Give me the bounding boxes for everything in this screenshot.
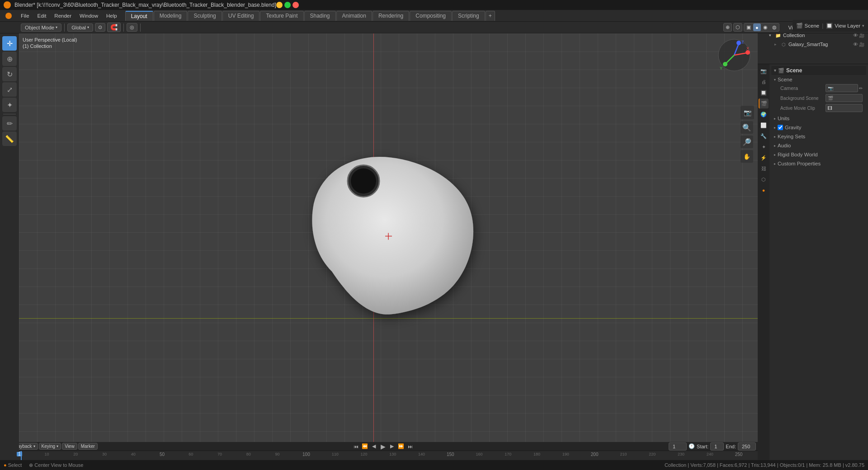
viewport-gizmo[interactable]: Z X Y [716,37,752,73]
active-movie-clip-value[interactable]: 🎞 [826,104,863,112]
step-forward-btn[interactable]: ▶ [388,443,396,450]
rotate-tool[interactable]: ↻ [2,67,17,81]
step-back-btn[interactable]: ◀ [370,443,378,450]
background-scene-value[interactable]: 🎬 [826,94,863,102]
gravity-checkbox[interactable] [778,125,783,130]
jump-end-btn[interactable]: ⏭ [406,443,414,450]
tab-add[interactable]: + [486,11,495,21]
particles-props-icon[interactable]: ✦ [759,142,769,152]
view-layer-props-icon[interactable]: 🔲 [759,88,769,98]
global-transform-btn[interactable]: Global ▾ [67,24,93,32]
material-props-icon[interactable]: ● [759,185,769,195]
render-layers-icon: 🔲 [826,23,833,29]
timeline-frame-ruler[interactable]: 1 15010015020025010203040607080901101201… [0,451,758,460]
scene-section-header-main[interactable]: ▾ Scene [771,76,866,83]
units-section-header[interactable]: ▸ Units [771,115,866,122]
tab-rendering[interactable]: Rendering [373,11,409,21]
object-props-icon[interactable]: ⬜ [759,120,769,130]
tab-layout[interactable]: Layout [125,11,153,21]
svg-point-7 [736,41,741,45]
scale-tool[interactable]: ⤢ [2,82,17,97]
pivot-point-btn[interactable]: ⊙ [95,23,105,32]
tab-uv-editing[interactable]: UV Editing [222,11,260,21]
tab-animation[interactable]: Animation [336,11,372,21]
tab-sculpting[interactable]: Sculpting [188,11,222,21]
scene-props-icon[interactable]: 🎬 [759,99,769,108]
move-tool[interactable]: ⊕ [2,52,17,66]
output-props-icon[interactable]: 🖨 [759,77,769,87]
object-data-props-icon[interactable]: ⬡ [759,174,769,184]
menu-blender[interactable] [2,12,16,20]
cursor-tool[interactable]: ✛ [2,36,17,51]
view-layer-expand[interactable]: ▾ [862,24,864,28]
prev-keyframe-btn[interactable]: ⏪ [361,443,369,450]
camera-icon: 📷 [828,86,833,91]
view-layer-area[interactable]: 🎬 Scene | 🔲 View Layer ▾ [793,20,868,32]
modifier-props-icon[interactable]: 🔧 [759,131,769,141]
menu-file[interactable]: File [17,12,33,19]
menu-render[interactable]: Render [51,12,75,19]
object-restrict[interactable]: 🎥 [859,42,864,47]
maximize-button[interactable] [284,2,291,8]
object-eye[interactable]: 👁 [853,42,858,47]
keying-menu[interactable]: Keying ▾ [39,443,61,450]
solid-btn[interactable]: ● [753,24,761,31]
annotate-tool[interactable]: ✏ [2,116,17,131]
rigid-body-section-header[interactable]: ▸ Rigid Body World [771,151,866,158]
view-label-timeline: View [65,444,75,449]
keying-sets-section-header[interactable]: ▸ Keying Sets [771,133,866,140]
view-menu-timeline[interactable]: View [62,443,77,450]
playback-dropdown: ▾ [33,444,35,448]
start-frame-field[interactable]: 1 [710,442,724,451]
tab-scripting[interactable]: Scripting [452,11,485,21]
zoom-in-btn[interactable]: 🔍 [741,121,753,134]
rendered-btn[interactable]: ◍ [770,24,779,31]
wireframe-btn[interactable]: ▣ [744,24,753,31]
proportional-edit-btn[interactable]: ◎ [127,23,137,32]
close-button[interactable] [292,2,299,8]
tab-shading[interactable]: Shading [304,11,336,21]
tab-compositing[interactable]: Compositing [410,11,452,21]
snap-btn[interactable]: 🧲 [107,23,121,32]
tab-texture-paint[interactable]: Texture Paint [260,11,303,21]
svg-text:Y: Y [720,66,722,70]
keying-sets-label: Keying Sets [778,134,805,139]
current-frame-field[interactable]: 1 [669,442,687,451]
collection-cam[interactable]: 🎥 [859,33,864,38]
measure-tool[interactable]: 📏 [2,132,17,146]
frame-label-200: 200 [591,452,599,457]
constraint-props-icon[interactable]: ⛓ [759,164,769,174]
material-btn[interactable]: ◉ [761,24,770,31]
jump-start-btn[interactable]: ⏮ [352,443,360,450]
custom-props-section-header[interactable]: ▸ Custom Properties [771,160,866,167]
overlay-btn[interactable]: ⬡ [733,23,742,32]
outliner-object[interactable]: ▸ ⬡ Galaxy_SmartTag 👁 🎥 [769,40,868,49]
transform-tool[interactable]: ✦ [2,98,17,112]
window-controls[interactable] [276,2,299,8]
next-keyframe-btn[interactable]: ⏩ [397,443,405,450]
world-props-icon[interactable]: 🌍 [759,109,769,119]
marker-menu[interactable]: Marker [78,443,98,450]
tab-modeling[interactable]: Modeling [154,11,188,21]
end-frame-field[interactable]: 250 [738,442,756,451]
physics-props-icon[interactable]: ⚡ [759,153,769,163]
minimize-button[interactable] [276,2,283,8]
menu-edit[interactable]: Edit [34,12,50,19]
gravity-section-header[interactable]: ▸ Gravity [771,124,866,131]
zoom-out-btn[interactable]: 🔎 [741,136,753,148]
render-props-icon[interactable]: 📷 [759,66,769,76]
menu-window[interactable]: Window [76,12,102,19]
keying-sets-arrow: ▸ [774,135,776,139]
zoom-perspective-btn[interactable]: 📷 [741,106,754,119]
pan-btn[interactable]: ✋ [741,150,753,163]
play-btn[interactable]: ▶ [379,443,387,450]
viewport-3d[interactable]: User Perspective (Local) (1) Collection … [19,33,758,452]
audio-section-header[interactable]: ▸ Audio [771,142,866,149]
scene-panel-content: ▾ 🎬 Scene ▾ Scene Camera 📷 [769,64,868,470]
camera-value[interactable]: 📷 [826,84,858,92]
gizmo-btn[interactable]: ⊕ [723,23,732,32]
object-mode-selector[interactable]: Object Mode ▾ [21,24,61,32]
end-label: End: [726,444,736,449]
menu-help[interactable]: Help [103,12,121,19]
camera-edit-icon[interactable]: ✏ [859,86,863,91]
